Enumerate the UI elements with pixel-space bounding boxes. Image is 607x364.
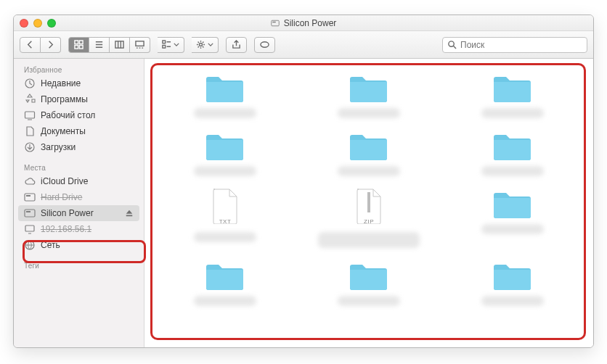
tags-button[interactable] <box>254 37 275 53</box>
cloud-icon <box>24 175 36 187</box>
item-label-blurred <box>481 166 544 176</box>
svg-rect-18 <box>367 192 370 212</box>
disk-icon <box>271 19 280 28</box>
sidebar-item-label: iCloud Drive <box>41 176 88 186</box>
sidebar-item-label: Недавние <box>41 78 81 88</box>
grid-item[interactable] <box>458 260 567 306</box>
sidebar-item-silicon-power[interactable]: Silicon Power <box>18 205 139 221</box>
section-locations: Места <box>14 161 144 173</box>
item-label-blurred <box>318 232 420 248</box>
item-label-blurred <box>481 108 544 118</box>
icon-grid: TXT ZIP <box>160 72 577 306</box>
display-icon <box>24 223 36 235</box>
nav-buttons <box>20 37 61 53</box>
item-label-blurred <box>194 108 256 118</box>
sidebar-item-documents[interactable]: Документы <box>14 123 144 139</box>
minimize-button[interactable] <box>33 19 42 28</box>
svg-rect-4 <box>75 45 78 49</box>
folder-icon <box>349 72 389 104</box>
grid-item[interactable] <box>458 130 567 176</box>
view-gallery-button[interactable] <box>130 37 150 53</box>
search-icon <box>447 40 457 49</box>
grid-item[interactable]: ZIP <box>314 188 423 248</box>
maximize-button[interactable] <box>47 19 56 28</box>
sidebar-item-icloud[interactable]: iCloud Drive <box>14 173 144 189</box>
grid-item[interactable] <box>171 260 280 306</box>
folder-icon <box>492 130 533 162</box>
view-columns-button[interactable] <box>110 37 130 53</box>
grid-item[interactable] <box>171 72 280 118</box>
svg-rect-7 <box>136 41 144 46</box>
folder-icon <box>492 188 533 220</box>
sidebar-item-harddrive[interactable]: Hard Drive <box>14 189 144 205</box>
gallery-icon <box>135 40 144 49</box>
group-button[interactable] <box>158 37 184 53</box>
file-ext-label: ZIP <box>364 218 374 225</box>
chevron-right-icon <box>46 40 55 49</box>
clock-icon <box>24 78 36 89</box>
sidebar-item-label: Рабочий стол <box>41 110 95 120</box>
file-ext-label: TXT <box>219 218 232 225</box>
action-menu <box>192 37 219 53</box>
chevron-left-icon <box>25 40 35 49</box>
grid-item[interactable] <box>458 188 567 248</box>
item-label-blurred <box>194 296 256 306</box>
svg-rect-6 <box>115 41 123 48</box>
view-list-button[interactable] <box>89 37 110 53</box>
close-button[interactable] <box>20 19 28 28</box>
sidebar-item-label: Hard Drive <box>41 192 82 202</box>
svg-rect-2 <box>75 41 78 44</box>
window-title: Silicon Power <box>284 18 337 28</box>
svg-rect-3 <box>79 41 83 44</box>
disk-icon <box>24 207 36 219</box>
item-label-blurred <box>338 166 400 176</box>
disk-icon <box>24 191 36 203</box>
folder-icon <box>205 72 245 104</box>
grid-item[interactable] <box>314 130 423 176</box>
forward-button[interactable] <box>41 37 61 53</box>
svg-point-10 <box>199 43 202 46</box>
section-tags: Теги <box>14 259 144 271</box>
grid-item[interactable] <box>314 260 423 306</box>
eject-icon[interactable] <box>125 209 134 218</box>
sidebar-item-network-host[interactable]: 192.168.56.1 <box>14 221 144 237</box>
list-icon <box>94 40 104 49</box>
folder-icon <box>492 72 533 104</box>
view-mode-group <box>68 37 150 53</box>
grid-item[interactable] <box>458 72 567 118</box>
action-button[interactable] <box>192 37 219 53</box>
sidebar-item-label: Программы <box>41 94 88 104</box>
sidebar-item-downloads[interactable]: Загрузки <box>14 139 144 155</box>
svg-point-11 <box>261 42 269 47</box>
apps-icon <box>24 94 36 105</box>
toolbar <box>14 31 593 59</box>
back-button[interactable] <box>20 37 41 53</box>
tag-icon <box>260 40 269 49</box>
documents-icon <box>24 125 36 137</box>
sidebar-item-label: Сеть <box>41 240 60 250</box>
share-icon <box>232 40 241 49</box>
sidebar-item-applications[interactable]: Программы <box>14 91 144 107</box>
grid-item[interactable] <box>171 130 280 176</box>
search-field[interactable] <box>442 37 587 53</box>
grid-item[interactable]: TXT <box>171 188 280 248</box>
sidebar-item-network[interactable]: Сеть <box>14 237 144 253</box>
sidebar-item-desktop[interactable]: Рабочий стол <box>14 107 144 123</box>
folder-icon <box>492 260 533 291</box>
group-menu <box>158 37 184 53</box>
share-button[interactable] <box>226 37 247 53</box>
folder-icon <box>349 260 389 291</box>
sidebar-item-label: Silicon Power <box>41 208 94 218</box>
window-body: Избранное Недавние Программы Рабочий сто… <box>14 59 593 347</box>
sidebar-item-label: Загрузки <box>41 142 76 152</box>
gear-icon <box>196 40 205 49</box>
svg-rect-8 <box>163 41 166 44</box>
sidebar-item-label: Документы <box>41 126 86 136</box>
view-icons-button[interactable] <box>68 37 89 53</box>
grid-item[interactable] <box>314 72 423 118</box>
sidebar-item-recents[interactable]: Недавние <box>14 75 144 91</box>
search-input[interactable] <box>460 40 582 50</box>
columns-icon <box>115 40 124 49</box>
content-area[interactable]: TXT ZIP <box>144 59 593 347</box>
svg-rect-9 <box>163 45 166 48</box>
